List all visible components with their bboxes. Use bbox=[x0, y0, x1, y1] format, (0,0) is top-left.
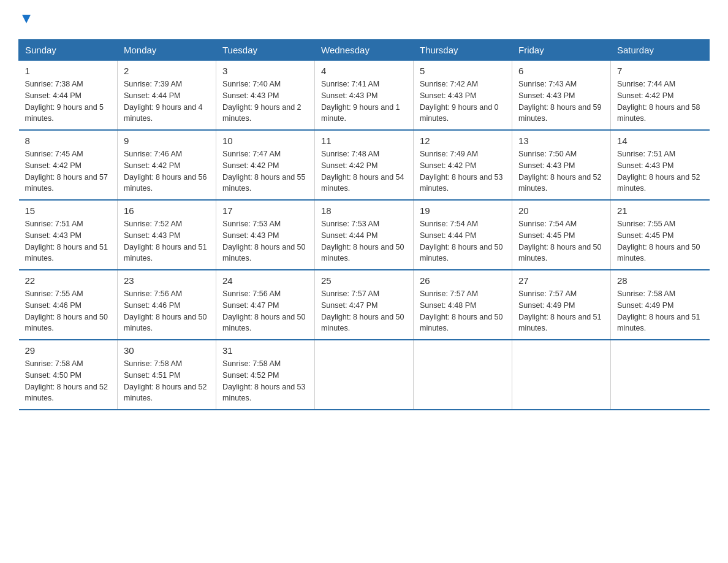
day-info: Sunrise: 7:42 AMSunset: 4:43 PMDaylight:… bbox=[420, 79, 506, 124]
day-number: 14 bbox=[617, 136, 703, 146]
calendar-week-row: 22Sunrise: 7:55 AMSunset: 4:46 PMDayligh… bbox=[19, 270, 710, 340]
calendar-cell: 3Sunrise: 7:40 AMSunset: 4:43 PMDaylight… bbox=[216, 61, 315, 131]
calendar-cell: 15Sunrise: 7:51 AMSunset: 4:43 PMDayligh… bbox=[19, 200, 118, 270]
calendar-cell: 4Sunrise: 7:41 AMSunset: 4:43 PMDaylight… bbox=[315, 61, 414, 131]
weekday-header-row: SundayMondayTuesdayWednesdayThursdayFrid… bbox=[19, 40, 710, 61]
calendar-cell: 12Sunrise: 7:49 AMSunset: 4:42 PMDayligh… bbox=[414, 130, 512, 200]
calendar-cell bbox=[315, 340, 414, 410]
calendar-cell bbox=[414, 340, 512, 410]
day-number: 16 bbox=[124, 205, 210, 216]
calendar-week-row: 1Sunrise: 7:38 AMSunset: 4:44 PMDaylight… bbox=[19, 61, 710, 131]
calendar-cell: 9Sunrise: 7:46 AMSunset: 4:42 PMDaylight… bbox=[118, 130, 216, 200]
day-number: 1 bbox=[25, 66, 112, 76]
day-info: Sunrise: 7:55 AMSunset: 4:46 PMDaylight:… bbox=[25, 288, 112, 334]
day-number: 17 bbox=[222, 205, 308, 216]
weekday-header-thursday: Thursday bbox=[414, 40, 512, 61]
weekday-header-saturday: Saturday bbox=[611, 40, 710, 61]
calendar-cell: 18Sunrise: 7:53 AMSunset: 4:44 PMDayligh… bbox=[315, 200, 414, 270]
day-info: Sunrise: 7:54 AMSunset: 4:45 PMDaylight:… bbox=[518, 218, 604, 264]
day-number: 18 bbox=[321, 205, 407, 216]
day-info: Sunrise: 7:40 AMSunset: 4:43 PMDaylight:… bbox=[222, 79, 308, 124]
logo bbox=[18, 12, 33, 27]
weekday-header-sunday: Sunday bbox=[19, 40, 118, 61]
day-number: 26 bbox=[420, 275, 506, 286]
day-number: 9 bbox=[124, 136, 210, 146]
weekday-header-wednesday: Wednesday bbox=[315, 40, 414, 61]
calendar-cell: 20Sunrise: 7:54 AMSunset: 4:45 PMDayligh… bbox=[512, 200, 611, 270]
weekday-header-tuesday: Tuesday bbox=[216, 40, 315, 61]
day-number: 27 bbox=[518, 275, 604, 286]
calendar-cell: 14Sunrise: 7:51 AMSunset: 4:43 PMDayligh… bbox=[611, 130, 710, 200]
day-number: 5 bbox=[420, 66, 506, 76]
day-number: 29 bbox=[25, 345, 112, 356]
day-number: 30 bbox=[124, 345, 210, 356]
calendar-cell: 27Sunrise: 7:57 AMSunset: 4:49 PMDayligh… bbox=[512, 270, 611, 340]
day-number: 6 bbox=[518, 66, 604, 76]
day-info: Sunrise: 7:53 AMSunset: 4:44 PMDaylight:… bbox=[321, 218, 407, 264]
day-info: Sunrise: 7:46 AMSunset: 4:42 PMDaylight:… bbox=[124, 148, 210, 194]
calendar-cell: 19Sunrise: 7:54 AMSunset: 4:44 PMDayligh… bbox=[414, 200, 512, 270]
day-info: Sunrise: 7:51 AMSunset: 4:43 PMDaylight:… bbox=[617, 148, 703, 194]
calendar-table: SundayMondayTuesdayWednesdayThursdayFrid… bbox=[18, 39, 710, 410]
page-header bbox=[18, 12, 710, 27]
calendar-cell: 6Sunrise: 7:43 AMSunset: 4:43 PMDaylight… bbox=[512, 61, 611, 131]
day-number: 22 bbox=[25, 275, 112, 286]
calendar-cell: 22Sunrise: 7:55 AMSunset: 4:46 PMDayligh… bbox=[19, 270, 118, 340]
calendar-cell: 2Sunrise: 7:39 AMSunset: 4:44 PMDaylight… bbox=[118, 61, 216, 131]
calendar-cell: 10Sunrise: 7:47 AMSunset: 4:42 PMDayligh… bbox=[216, 130, 315, 200]
calendar-cell: 5Sunrise: 7:42 AMSunset: 4:43 PMDaylight… bbox=[414, 61, 512, 131]
weekday-header-monday: Monday bbox=[118, 40, 216, 61]
day-info: Sunrise: 7:50 AMSunset: 4:43 PMDaylight:… bbox=[518, 148, 604, 194]
day-info: Sunrise: 7:58 AMSunset: 4:52 PMDaylight:… bbox=[222, 358, 308, 404]
day-number: 8 bbox=[25, 136, 112, 146]
calendar-cell: 8Sunrise: 7:45 AMSunset: 4:42 PMDaylight… bbox=[19, 130, 118, 200]
day-number: 3 bbox=[222, 66, 308, 76]
day-info: Sunrise: 7:58 AMSunset: 4:50 PMDaylight:… bbox=[25, 358, 112, 404]
calendar-week-row: 29Sunrise: 7:58 AMSunset: 4:50 PMDayligh… bbox=[19, 340, 710, 410]
day-number: 20 bbox=[518, 205, 604, 216]
day-info: Sunrise: 7:45 AMSunset: 4:42 PMDaylight:… bbox=[25, 148, 112, 194]
day-info: Sunrise: 7:38 AMSunset: 4:44 PMDaylight:… bbox=[25, 79, 112, 124]
day-info: Sunrise: 7:57 AMSunset: 4:47 PMDaylight:… bbox=[321, 288, 407, 334]
calendar-cell: 29Sunrise: 7:58 AMSunset: 4:50 PMDayligh… bbox=[19, 340, 118, 410]
day-info: Sunrise: 7:55 AMSunset: 4:45 PMDaylight:… bbox=[617, 218, 703, 264]
day-number: 15 bbox=[25, 205, 112, 216]
calendar-week-row: 8Sunrise: 7:45 AMSunset: 4:42 PMDaylight… bbox=[19, 130, 710, 200]
calendar-cell: 16Sunrise: 7:52 AMSunset: 4:43 PMDayligh… bbox=[118, 200, 216, 270]
day-info: Sunrise: 7:47 AMSunset: 4:42 PMDaylight:… bbox=[222, 148, 308, 194]
day-info: Sunrise: 7:48 AMSunset: 4:42 PMDaylight:… bbox=[321, 148, 407, 194]
day-number: 19 bbox=[420, 205, 506, 216]
calendar-cell: 30Sunrise: 7:58 AMSunset: 4:51 PMDayligh… bbox=[118, 340, 216, 410]
day-number: 4 bbox=[321, 66, 407, 76]
calendar-cell: 23Sunrise: 7:56 AMSunset: 4:46 PMDayligh… bbox=[118, 270, 216, 340]
calendar-cell: 17Sunrise: 7:53 AMSunset: 4:43 PMDayligh… bbox=[216, 200, 315, 270]
calendar-cell: 31Sunrise: 7:58 AMSunset: 4:52 PMDayligh… bbox=[216, 340, 315, 410]
day-info: Sunrise: 7:43 AMSunset: 4:43 PMDaylight:… bbox=[518, 79, 604, 124]
day-number: 10 bbox=[222, 136, 308, 146]
calendar-cell: 7Sunrise: 7:44 AMSunset: 4:42 PMDaylight… bbox=[611, 61, 710, 131]
day-info: Sunrise: 7:41 AMSunset: 4:43 PMDaylight:… bbox=[321, 79, 407, 124]
calendar-cell: 1Sunrise: 7:38 AMSunset: 4:44 PMDaylight… bbox=[19, 61, 118, 131]
day-number: 31 bbox=[222, 345, 308, 356]
calendar-cell: 21Sunrise: 7:55 AMSunset: 4:45 PMDayligh… bbox=[611, 200, 710, 270]
day-number: 12 bbox=[420, 136, 506, 146]
weekday-header-friday: Friday bbox=[512, 40, 611, 61]
calendar-week-row: 15Sunrise: 7:51 AMSunset: 4:43 PMDayligh… bbox=[19, 200, 710, 270]
day-info: Sunrise: 7:56 AMSunset: 4:46 PMDaylight:… bbox=[124, 288, 210, 334]
day-info: Sunrise: 7:44 AMSunset: 4:42 PMDaylight:… bbox=[617, 79, 703, 124]
calendar-cell: 11Sunrise: 7:48 AMSunset: 4:42 PMDayligh… bbox=[315, 130, 414, 200]
calendar-cell: 25Sunrise: 7:57 AMSunset: 4:47 PMDayligh… bbox=[315, 270, 414, 340]
calendar-cell bbox=[611, 340, 710, 410]
calendar-cell: 13Sunrise: 7:50 AMSunset: 4:43 PMDayligh… bbox=[512, 130, 611, 200]
calendar-cell: 26Sunrise: 7:57 AMSunset: 4:48 PMDayligh… bbox=[414, 270, 512, 340]
day-number: 11 bbox=[321, 136, 407, 146]
day-info: Sunrise: 7:39 AMSunset: 4:44 PMDaylight:… bbox=[124, 79, 210, 124]
calendar-cell bbox=[512, 340, 611, 410]
day-info: Sunrise: 7:57 AMSunset: 4:49 PMDaylight:… bbox=[518, 288, 604, 334]
day-number: 23 bbox=[124, 275, 210, 286]
day-number: 24 bbox=[222, 275, 308, 286]
logo-arrow-icon bbox=[20, 12, 33, 28]
day-info: Sunrise: 7:57 AMSunset: 4:48 PMDaylight:… bbox=[420, 288, 506, 334]
svg-marker-0 bbox=[22, 15, 31, 23]
day-info: Sunrise: 7:52 AMSunset: 4:43 PMDaylight:… bbox=[124, 218, 210, 264]
